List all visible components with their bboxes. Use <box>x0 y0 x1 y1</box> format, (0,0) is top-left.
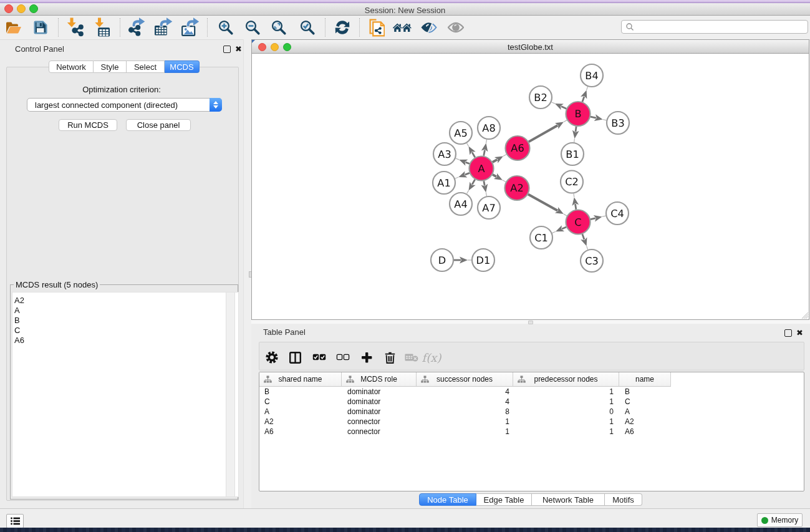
node-table[interactable]: shared nameMCDS rolesuccessor nodesprede… <box>259 372 804 491</box>
zoom-in-button[interactable] <box>217 16 234 39</box>
table-panel-window-icons: ✖ <box>784 329 803 337</box>
export-table-button[interactable] <box>154 16 173 39</box>
graph-node-label-A8: A8 <box>482 122 495 134</box>
close-panel-icon[interactable]: ✖ <box>235 46 242 52</box>
hide-selected-button[interactable] <box>420 16 439 39</box>
mcds-scrollbar[interactable] <box>226 293 235 496</box>
tab-motifs[interactable]: Motifs <box>605 493 642 506</box>
edge-A-A3[interactable] <box>466 162 470 163</box>
show-all-button[interactable] <box>393 16 412 39</box>
column-header-successor-nodes[interactable]: successor nodes <box>417 372 513 386</box>
zoom-out-button[interactable] <box>244 16 261 39</box>
task-history-button[interactable] <box>6 514 24 528</box>
table-row[interactable]: A6connector11A6 <box>259 427 804 437</box>
import-table-button[interactable] <box>93 16 112 39</box>
edge-A-A5[interactable] <box>472 152 475 157</box>
zoom-fit-button[interactable] <box>270 16 287 39</box>
edge-A-A4[interactable] <box>472 180 475 185</box>
table-row[interactable]: Cdominator41C <box>259 397 804 407</box>
column-header-predecessor-nodes[interactable]: predecessor nodes <box>513 372 619 386</box>
column-header-MCDS-role[interactable]: MCDS role <box>342 372 417 386</box>
cell-successor-nodes: 1 <box>417 417 509 426</box>
resize-grip-icon[interactable] <box>801 311 808 319</box>
edge-A-A7[interactable] <box>484 181 485 185</box>
edge-B-B4[interactable] <box>582 97 584 102</box>
gear-icon[interactable] <box>263 344 281 371</box>
edge-B-B3[interactable] <box>591 117 596 118</box>
horizontal-split-divider[interactable] <box>251 320 810 324</box>
select-all-icon[interactable] <box>310 344 329 371</box>
delete-table-icon[interactable] <box>402 344 421 371</box>
memory-button[interactable]: Memory <box>757 513 803 527</box>
mcds-result-list[interactable]: A2ABCA6 <box>12 292 239 497</box>
mcds-result-item[interactable]: A2 <box>14 296 24 306</box>
tab-edge-table[interactable]: Edge Table <box>476 493 532 506</box>
float-table-panel-icon[interactable] <box>784 329 792 337</box>
edge-B-B2[interactable] <box>561 107 566 109</box>
edge-C-C3[interactable] <box>582 234 584 239</box>
cell-successor-nodes: 8 <box>417 407 509 416</box>
edge-A-A6[interactable] <box>493 160 497 162</box>
main-titlebar[interactable]: Session: New Session <box>0 3 810 16</box>
tab-network-table[interactable]: Network Table <box>532 493 605 506</box>
tab-network[interactable]: Network <box>49 60 94 73</box>
graph-node-label-A: A <box>478 163 485 175</box>
edge-tail <box>564 120 567 122</box>
mcds-result-item[interactable]: A6 <box>14 336 24 346</box>
edge-A-A8[interactable] <box>484 150 485 155</box>
close-panel-button[interactable]: Close panel <box>126 119 191 131</box>
horizontal-divider-handle[interactable] <box>528 321 533 324</box>
table-row[interactable]: Adominator80A <box>259 407 804 417</box>
tab-style[interactable]: Style <box>94 60 127 73</box>
edge-tail <box>503 155 506 157</box>
edge-A-A1[interactable] <box>465 173 470 175</box>
deselect-all-icon[interactable] <box>334 344 352 371</box>
mcds-result-item[interactable]: B <box>14 316 24 326</box>
edge-C-C2[interactable] <box>576 204 576 210</box>
column-header-shared-name[interactable]: shared name <box>259 372 342 386</box>
edge-C-C1[interactable] <box>562 227 566 229</box>
show-selected-button[interactable] <box>447 16 465 39</box>
edge-tail <box>456 158 460 160</box>
cell-MCDS-role: connector <box>347 427 380 436</box>
edge-tail <box>574 193 574 197</box>
close-table-panel-icon[interactable]: ✖ <box>796 330 803 336</box>
add-column-icon[interactable] <box>357 344 376 371</box>
network-window-titlebar[interactable]: testGlobe.txt <box>252 40 809 54</box>
float-panel-icon[interactable] <box>223 46 231 53</box>
export-network-button[interactable] <box>127 16 146 39</box>
cell-successor-nodes: 4 <box>417 397 509 406</box>
window-title: Session: New Session <box>0 6 810 15</box>
function-builder-icon[interactable]: f(x) <box>419 344 444 371</box>
run-mcds-button[interactable]: Run MCDS <box>59 119 117 131</box>
split-column-icon[interactable] <box>286 344 304 371</box>
edge-A2-C[interactable] <box>528 194 557 210</box>
delete-column-icon[interactable] <box>380 344 399 371</box>
table-row[interactable]: A2connector11A2 <box>259 417 804 427</box>
search-input[interactable] <box>621 20 808 34</box>
refresh-button[interactable] <box>334 16 351 39</box>
tab-select[interactable]: Select <box>127 60 165 73</box>
open-session-button[interactable] <box>3 16 24 39</box>
mcds-result-item[interactable]: A <box>14 306 24 316</box>
duplicate-network-button[interactable] <box>368 16 385 39</box>
edge-B-B1[interactable] <box>576 127 576 132</box>
graph-node-label-A7: A7 <box>482 202 495 214</box>
table-row[interactable]: Bdominator41B <box>259 387 804 397</box>
export-image-button[interactable] <box>180 16 199 39</box>
vertical-split-divider[interactable] <box>243 39 251 508</box>
save-session-button[interactable] <box>32 16 49 39</box>
column-header-name[interactable]: name <box>619 372 671 386</box>
tab-node-table[interactable]: Node Table <box>419 493 476 506</box>
mcds-result-item[interactable]: C <box>14 326 24 336</box>
tab-mcds[interactable]: MCDS <box>165 60 200 73</box>
criterion-dropdown[interactable]: largest connected component (directed) <box>27 98 222 112</box>
edge-A6-B[interactable] <box>529 125 558 142</box>
zoom-selected-button[interactable] <box>299 16 316 39</box>
edge-C-C4[interactable] <box>591 218 595 220</box>
network-canvas[interactable]: B4B2BB3A5A8A6A3B1AA1C2A2A4A7C4CC1DD1C3 <box>252 54 809 319</box>
import-network-button[interactable] <box>65 16 84 39</box>
edge-A-A2[interactable] <box>493 175 496 177</box>
control-panel-title: Control Panel <box>15 44 64 54</box>
open-folder-icon <box>5 20 22 35</box>
